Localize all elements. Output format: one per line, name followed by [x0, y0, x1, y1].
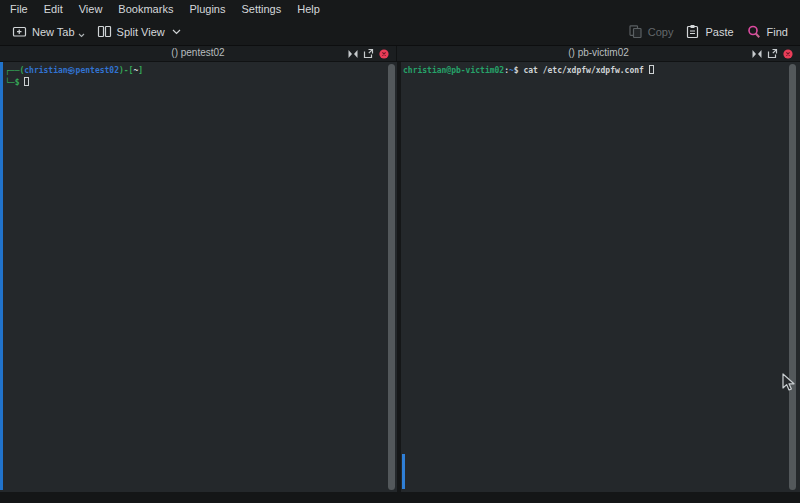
- new-tab-button[interactable]: New Tab: [6, 21, 91, 42]
- right-pane-header[interactable]: () pb-victim02: [397, 46, 800, 61]
- detach-split-icon[interactable]: [767, 48, 778, 59]
- chevron-down-icon: [78, 33, 85, 38]
- konsole-window: File Edit View Bookmarks Plugins Setting…: [0, 0, 800, 503]
- menu-item-plugins[interactable]: Plugins: [181, 2, 233, 16]
- prompt-frame-open: ┌──(: [5, 66, 24, 75]
- right-pane-title: () pb-victim02: [397, 47, 800, 58]
- toolbar: New Tab Split View Copy: [0, 18, 800, 45]
- right-terminal-scrollbar[interactable]: [789, 64, 796, 490]
- right-terminal[interactable]: christian@pb-victim02:~$ cat /etc/xdpfw/…: [401, 62, 800, 492]
- split-view-icon: [97, 24, 112, 39]
- paste-button[interactable]: Paste: [679, 21, 739, 42]
- paste-label: Paste: [705, 26, 733, 38]
- menu-item-file[interactable]: File: [2, 2, 36, 16]
- chevron-down-icon: [172, 29, 181, 35]
- find-label: Find: [767, 26, 788, 38]
- menu-item-view[interactable]: View: [71, 2, 111, 16]
- close-icon: [379, 49, 389, 59]
- detach-split-icon[interactable]: [363, 48, 374, 59]
- left-terminal[interactable]: ┌──(christian㉿pentest02)-[~] └─$: [0, 62, 397, 492]
- prompt-line: christian@pb-victim02:~$ cat /etc/xdpfw/…: [403, 65, 800, 77]
- scrollbar-thumb[interactable]: [388, 64, 395, 490]
- right-terminal-content: christian@pb-victim02:~$ cat /etc/xdpfw/…: [401, 62, 800, 77]
- new-tab-label: New Tab: [32, 26, 75, 38]
- prompt-dollar: $: [514, 66, 524, 75]
- prompt-frame-close: ]: [138, 66, 143, 75]
- split-view-button[interactable]: Split View: [91, 21, 187, 42]
- split-view-label: Split View: [117, 26, 165, 38]
- paste-icon: [685, 24, 700, 39]
- window-bottom-edge: [0, 492, 800, 503]
- menu-bar: File Edit View Bookmarks Plugins Setting…: [0, 0, 800, 18]
- prompt-line-2: └─$: [5, 77, 397, 89]
- menu-item-help[interactable]: Help: [289, 2, 328, 16]
- prompt-user-host: christian㉿pentest02: [24, 66, 119, 75]
- prompt-dollar: └─$: [5, 78, 24, 87]
- menu-item-settings[interactable]: Settings: [233, 2, 289, 16]
- find-button[interactable]: Find: [740, 21, 794, 43]
- maximize-split-icon[interactable]: [348, 49, 358, 59]
- left-pane-title: () pentest02: [0, 47, 396, 58]
- left-terminal-highlight-bar: [0, 62, 3, 490]
- new-tab-icon: [12, 24, 27, 39]
- close-icon: [783, 49, 793, 59]
- pane-header-bar: () pentest02 () pb-vict: [0, 45, 800, 62]
- terminal-area: ┌──(christian㉿pentest02)-[~] └─$ christi…: [0, 62, 800, 492]
- mouse-cursor: [782, 373, 796, 393]
- prompt-frame-mid: )-[: [119, 66, 133, 75]
- terminal-cursor: [24, 77, 29, 86]
- menu-item-edit[interactable]: Edit: [36, 2, 71, 16]
- command-text: cat /etc/xdpfw/xdpfw.conf: [523, 66, 648, 75]
- find-icon: [746, 24, 762, 40]
- scrollbar-thumb[interactable]: [789, 64, 796, 490]
- menu-item-bookmarks[interactable]: Bookmarks: [110, 2, 181, 16]
- right-terminal-highlight-bar: [402, 454, 405, 489]
- prompt-user-host: christian@pb-victim02: [403, 66, 504, 75]
- copy-button[interactable]: Copy: [622, 21, 680, 42]
- copy-icon: [628, 24, 643, 39]
- left-terminal-content: ┌──(christian㉿pentest02)-[~] └─$: [0, 62, 397, 89]
- maximize-split-icon[interactable]: [752, 49, 762, 59]
- copy-label: Copy: [648, 26, 674, 38]
- left-pane-header[interactable]: () pentest02: [0, 46, 397, 61]
- close-split-button[interactable]: [783, 49, 793, 59]
- prompt-line-1: ┌──(christian㉿pentest02)-[~]: [5, 65, 397, 77]
- terminal-cursor: [649, 65, 654, 74]
- left-terminal-scrollbar[interactable]: [388, 64, 395, 490]
- close-split-button[interactable]: [379, 49, 389, 59]
